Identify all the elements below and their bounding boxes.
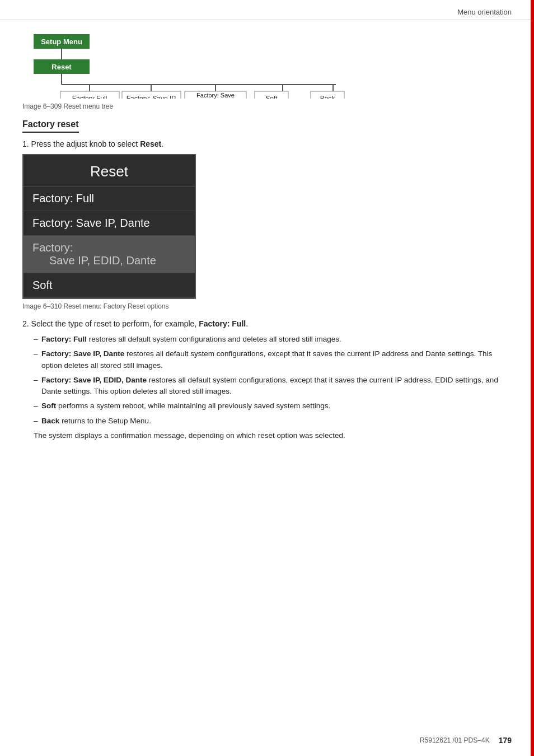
tree-svg: Setup Menu Reset Factory Full <box>22 31 369 99</box>
step1-text: 1. Press the adjust knob to select Reset… <box>22 139 512 148</box>
bullet-soft-bold: Soft <box>41 402 56 410</box>
header-title: Menu orientation <box>457 8 512 16</box>
page-footer: R5912621 /01 PDS–4K 179 <box>420 736 512 745</box>
step-2: 2. Select the type of reset to perform, … <box>22 319 512 440</box>
reset-item-factory-save-ip-edid: Factory:Save IP, EDID, Dante <box>24 236 195 273</box>
bullet-factory-save-ip: Factory: Save IP, Dante restores all def… <box>34 348 512 371</box>
step1-bold: Reset <box>140 139 161 148</box>
reset-screen-title: Reset <box>24 155 195 186</box>
step2-text: 2. Select the type of reset to perform, … <box>22 319 512 328</box>
svg-text:Factory: Save IP: Factory: Save IP <box>127 95 176 99</box>
svg-text:Factory: Save: Factory: Save <box>196 92 235 99</box>
main-content: Setup Menu Reset Factory Full <box>0 20 534 470</box>
bullet-back: Back returns to the Setup Menu. <box>34 416 512 427</box>
bullet-factory-full: Factory: Full restores all default syste… <box>34 334 512 345</box>
bullet-factory-save-ip-edid-bold: Factory: Save IP, EDID, Dante <box>41 376 147 384</box>
tree-caption: Image 6–309 Reset menu tree <box>22 102 512 110</box>
svg-text:Soft: Soft <box>265 95 278 99</box>
confirm-text: The system displays a confirmation messa… <box>34 431 512 440</box>
step2-period: . <box>246 319 248 328</box>
bullet-factory-save-ip-edid: Factory: Save IP, EDID, Dante restores a… <box>34 375 512 398</box>
step2-prefix: Select the type of reset to perform, for… <box>31 319 199 328</box>
svg-text:Reset: Reset <box>51 63 72 71</box>
bullet-soft: Soft performs a system reboot, while mai… <box>34 400 512 412</box>
reset-item-soft: Soft <box>24 273 195 298</box>
step1-period: . <box>161 139 163 148</box>
reset-item-factory-save-ip: Factory: Save IP, Dante <box>24 211 195 236</box>
section-heading: Factory reset <box>22 119 79 133</box>
svg-text:Factory Full: Factory Full <box>72 95 107 99</box>
menu-tree-diagram: Setup Menu Reset Factory Full <box>22 31 512 100</box>
reset-screen-mockup: Reset Factory: Full Factory: Save IP, Da… <box>22 154 196 299</box>
page-header: Menu orientation <box>0 0 534 20</box>
bullet-factory-full-bold: Factory: Full <box>41 335 87 343</box>
svg-text:Back: Back <box>320 95 336 99</box>
screen-caption: Image 6–310 Reset menu: Factory Reset op… <box>22 302 512 310</box>
footer-page: 179 <box>499 736 512 745</box>
bullet-factory-save-ip-bold: Factory: Save IP, Dante <box>41 349 124 358</box>
red-accent-bar <box>531 0 534 756</box>
svg-text:Setup Menu: Setup Menu <box>41 38 82 46</box>
footer-ref: R5912621 /01 PDS–4K <box>420 736 490 744</box>
reset-bullets: Factory: Full restores all default syste… <box>22 334 512 427</box>
reset-item-factory-full: Factory: Full <box>24 186 195 211</box>
reset-item-sub: Save IP, EDID, Dante <box>32 254 186 267</box>
bullet-back-bold: Back <box>41 417 59 425</box>
step1-label: Press the adjust knob to select <box>31 139 138 148</box>
step-1: 1. Press the adjust knob to select Reset… <box>22 139 512 310</box>
step2-bold: Factory: Full <box>199 319 246 328</box>
